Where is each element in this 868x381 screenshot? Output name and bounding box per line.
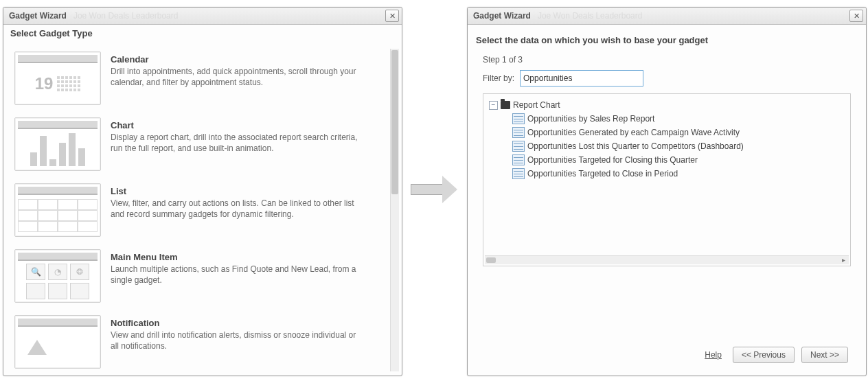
chart-thumb bbox=[14, 117, 101, 171]
tree-item[interactable]: Opportunities by Sales Rep Report bbox=[512, 112, 846, 126]
titlebar[interactable]: Gadget Wizard Joe Won Deals Leaderboard … bbox=[468, 8, 866, 25]
collapse-icon[interactable]: − bbox=[489, 101, 498, 110]
vertical-scrollbar[interactable] bbox=[390, 49, 399, 371]
select-gadget-type-heading: Select Gadget Type bbox=[10, 28, 395, 38]
gadget-desc: Drill into appointments, add quick appoi… bbox=[111, 66, 358, 88]
help-link[interactable]: Help bbox=[705, 350, 722, 360]
horizontal-scrollbar[interactable]: ▸ bbox=[485, 255, 849, 264]
notification-thumb bbox=[14, 315, 101, 369]
dialog-title: Gadget Wizard bbox=[6, 11, 67, 21]
gadget-type-main-menu[interactable]: 🔍◔❂ Main Menu Item Launch multiple actio… bbox=[12, 246, 389, 312]
scroll-right-icon[interactable]: ▸ bbox=[839, 257, 847, 264]
tree-item[interactable]: Opportunities Lost this Quarter to Compe… bbox=[512, 139, 846, 153]
tree-item[interactable]: Opportunities Generated by each Campaign… bbox=[512, 126, 846, 139]
previous-button[interactable]: << Previous bbox=[733, 347, 795, 363]
next-button[interactable]: Next >> bbox=[801, 347, 848, 363]
report-icon bbox=[512, 127, 525, 138]
gadget-desc: View and drill into notification alerts,… bbox=[111, 330, 358, 351]
calendar-thumb: 19 bbox=[14, 51, 101, 105]
tree-item[interactable]: Opportunities Targeted to Close in Perio… bbox=[512, 167, 846, 181]
report-icon bbox=[512, 168, 525, 179]
report-icon bbox=[512, 154, 525, 165]
filter-by-input[interactable] bbox=[520, 70, 643, 86]
tree-root-label: Report Chart bbox=[513, 100, 560, 110]
gadget-wizard-dialog-step0: Gadget Wizard Joe Won Deals Leaderboard … bbox=[3, 7, 402, 376]
report-icon bbox=[512, 113, 525, 124]
gadget-title: Notification bbox=[111, 318, 387, 328]
gadget-desc: View, filter, and carry out actions on l… bbox=[111, 198, 358, 220]
gadget-type-list: 19 Calendar Drill into appointments, add… bbox=[12, 49, 389, 371]
background-page-text: Joe Won Deals Leaderboard bbox=[538, 11, 849, 21]
list-thumb bbox=[14, 183, 101, 237]
tree-root-report-chart[interactable]: − Report Chart bbox=[489, 98, 846, 112]
gadget-desc: Launch multiple actions, such as Find Qu… bbox=[111, 264, 358, 286]
gadget-title: List bbox=[111, 186, 387, 196]
gadget-type-notification[interactable]: Notification View and drill into notific… bbox=[12, 312, 389, 371]
background-page-text: Joe Won Deals Leaderboard bbox=[73, 11, 385, 21]
gadget-type-chart[interactable]: Chart Display a report chart, drill into… bbox=[12, 115, 389, 181]
main-menu-thumb: 🔍◔❂ bbox=[14, 249, 101, 303]
titlebar[interactable]: Gadget Wizard Joe Won Deals Leaderboard … bbox=[3, 8, 402, 25]
dialog-title: Gadget Wizard bbox=[470, 11, 531, 21]
filter-by-label: Filter by: bbox=[483, 73, 514, 83]
flow-arrow-icon bbox=[411, 176, 457, 203]
tree-item[interactable]: Opportunities Targeted for Closing this … bbox=[512, 153, 846, 167]
gadget-desc: Display a report chart, drill into the a… bbox=[111, 132, 358, 154]
gadget-type-scroll: 19 Calendar Drill into appointments, add… bbox=[12, 49, 399, 371]
close-icon[interactable]: ✕ bbox=[385, 10, 399, 22]
report-icon bbox=[512, 141, 525, 152]
gadget-type-list[interactable]: List View, filter, and carry out actions… bbox=[12, 181, 389, 246]
report-tree: − Report Chart Opportunities by Sales Re… bbox=[483, 93, 851, 266]
select-data-heading: Select the data on which you wish to bas… bbox=[476, 35, 858, 45]
gadget-wizard-dialog-step1: Gadget Wizard Joe Won Deals Leaderboard … bbox=[467, 7, 867, 376]
close-icon[interactable]: ✕ bbox=[849, 10, 863, 22]
gadget-title: Calendar bbox=[111, 54, 387, 65]
folder-icon bbox=[501, 101, 510, 109]
gadget-title: Main Menu Item bbox=[111, 252, 387, 262]
gadget-title: Chart bbox=[111, 120, 387, 130]
gadget-type-calendar[interactable]: 19 Calendar Drill into appointments, add… bbox=[12, 49, 389, 115]
step-indicator: Step 1 of 3 bbox=[483, 55, 858, 65]
